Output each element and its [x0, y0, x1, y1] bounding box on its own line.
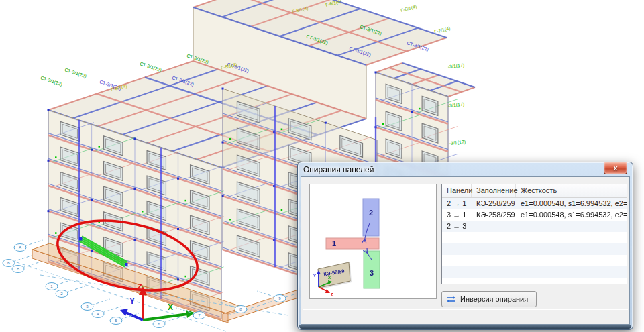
separator	[303, 309, 628, 310]
table-body: 2 → 1КЭ-258/259e1=0.000548, s1=6.994532,…	[442, 198, 627, 284]
diagram-panel-2[interactable]	[363, 199, 379, 236]
grid-bubble: В	[12, 266, 24, 273]
svg-text:Б: Б	[7, 261, 10, 265]
table-row[interactable]: 2 → 1КЭ-258/259e1=0.000548, s1=6.994532,…	[442, 198, 627, 209]
svg-text:Y: Y	[129, 296, 135, 306]
table-row[interactable]: 2 → 3	[442, 221, 627, 232]
svg-text:А: А	[19, 245, 21, 250]
grid-bubble: 6	[153, 321, 165, 328]
dialog-titlebar[interactable]: Опирания панелей	[298, 162, 633, 176]
dialog-client-area: 2 1 3 КЭ-58/59	[301, 176, 630, 325]
grid-bubble: 2	[56, 290, 68, 298]
table-header: Панели Заполнение Жёсткость	[442, 184, 627, 198]
model-label: СТ-3/1(22)	[40, 75, 62, 87]
table-row[interactable]: 3 → 1КЭ-258/259e1=0.000548, s1=6.994532,…	[442, 209, 627, 221]
grid-bubble: Б	[3, 260, 15, 267]
model-label: -3/1(17)	[449, 139, 466, 146]
model-label: Г-2/1(4)	[434, 25, 451, 35]
table-row-empty	[442, 278, 627, 284]
model-label: СТ-3/1(22)	[139, 61, 162, 73]
model-label: СТ-3/1(22)	[64, 67, 87, 79]
application-viewport[interactable]: Z X Y А Б В 1 2 3 4 5 6 7 8 9СТ-3	[0, 0, 644, 332]
grid-bubble: 8	[235, 306, 247, 313]
table-row-empty	[442, 266, 627, 278]
column-header-panels[interactable]: Панели	[442, 184, 472, 197]
grid-bubble: 4	[92, 311, 104, 318]
svg-text:X: X	[168, 302, 173, 312]
invert-arrows-icon	[446, 295, 456, 304]
panel-junction-diagram: 2 1 3 КЭ-58/59	[309, 184, 437, 299]
svg-text:X: X	[328, 276, 331, 280]
close-button[interactable]: x	[604, 162, 627, 174]
svg-text:Z: Z	[331, 292, 333, 296]
dialog-title: Опирания панелей	[303, 165, 374, 174]
svg-text:Z: Z	[137, 282, 142, 292]
column-header-fill[interactable]: Заполнение	[472, 184, 516, 197]
grid-bubble: 5	[110, 317, 122, 325]
table-row-empty	[442, 255, 627, 266]
svg-text:Y: Y	[313, 274, 316, 278]
panel-3-label: 3	[370, 269, 374, 277]
grid-bubble: 3	[81, 303, 93, 311]
table-row-empty	[442, 232, 627, 243]
column-header-stiffness[interactable]: Жёсткость	[516, 184, 627, 197]
panel-supports-dialog: Опирания панелей x 2 1 3	[297, 162, 633, 330]
model-label: Г-6/1(4)	[400, 4, 418, 13]
grid-bubble: А	[14, 244, 26, 252]
table-row-empty	[442, 243, 627, 255]
grid-bubble: 7	[193, 312, 205, 319]
finite-element-icon: КЭ-58/59 Y X Z	[313, 262, 352, 296]
svg-text:В: В	[17, 267, 19, 271]
panel-2-label: 2	[369, 209, 373, 217]
invert-support-button[interactable]: Инверсия опирания	[441, 291, 537, 307]
grid-bubble: 1	[46, 283, 58, 290]
grid-bubble: 9	[274, 295, 286, 302]
model-label: -3/1(17)	[447, 62, 464, 70]
model-label: -3/1(17)	[447, 101, 464, 109]
panel-1-label: 1	[332, 239, 336, 247]
supports-table: Панели Заполнение Жёсткость 2 → 1КЭ-258/…	[441, 184, 627, 284]
invert-button-label: Инверсия опирания	[460, 295, 528, 303]
